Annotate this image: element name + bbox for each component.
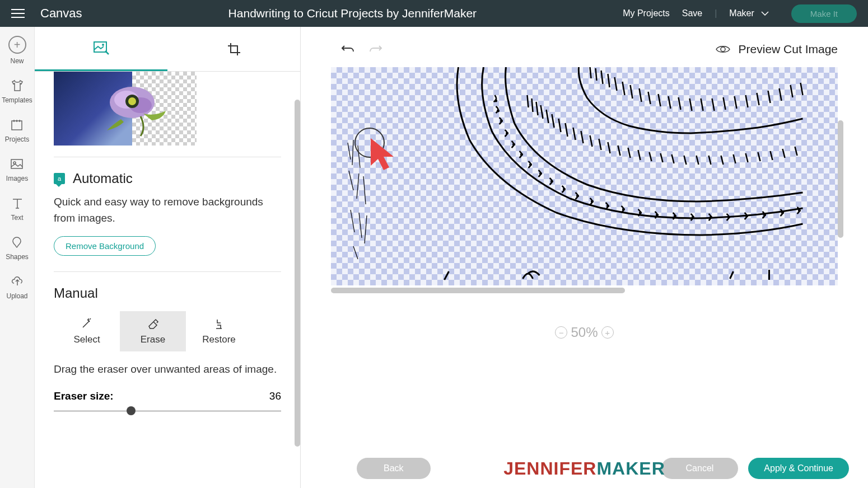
footer-actions: Cancel Apply & Continue [661,458,849,479]
svg-point-9 [128,97,136,105]
svg-point-24 [622,208,625,211]
manual-title: Manual [54,285,281,301]
svg-point-15 [512,143,515,146]
nav-text[interactable]: Text [8,194,27,224]
image-edit-icon [93,41,110,55]
svg-point-4 [102,44,104,46]
nav-images[interactable]: Images [4,154,30,185]
handwriting-sketch [331,67,838,285]
save-link[interactable]: Save [682,8,702,18]
wand-icon [81,317,93,330]
footer: Back JENNIFERMAKER Cancel Apply & Contin… [301,449,868,488]
svg-point-19 [550,180,553,183]
tab-crop[interactable] [167,27,300,71]
auto-badge-icon: a [54,173,65,184]
canvas-area: Preview Cut Image [301,27,868,488]
eraser-size-label: Eraser size: [54,390,114,402]
project-title[interactable]: Handwriting to Cricut Projects by Jennif… [82,7,623,20]
svg-point-32 [763,214,766,217]
canvas-label: Canvas [40,6,82,21]
nav-new-label: New [10,57,24,65]
panel-scrollbar[interactable] [295,100,300,447]
nav-upload[interactable]: Upload [4,272,30,302]
vertical-scrollbar[interactable] [838,120,843,238]
svg-point-10 [721,47,725,51]
automatic-title: Automatic [73,171,133,186]
svg-rect-0 [12,121,22,130]
crop-icon [227,42,241,57]
machine-label: Maker [729,8,754,18]
tab-background-remover[interactable] [35,27,167,71]
tool-erase[interactable]: Erase [120,311,186,351]
tool-erase-label: Erase [141,334,165,345]
svg-point-31 [745,215,748,218]
nav-projects-label: Projects [5,135,29,143]
images-icon [10,157,24,171]
nav-shapes[interactable]: Shapes [3,233,31,263]
svg-point-23 [606,205,609,208]
left-nav: + New Templates Projects Images Text [0,27,35,488]
nav-text-label: Text [11,214,23,222]
projects-icon [10,118,24,132]
svg-point-29 [710,216,712,219]
image-viewport[interactable] [331,67,838,293]
menu-icon[interactable] [11,9,25,18]
horizontal-scrollbar[interactable] [331,288,625,293]
svg-point-16 [520,153,523,156]
my-projects-link[interactable]: My Projects [623,8,670,18]
nav-templates[interactable]: Templates [0,76,35,106]
back-button[interactable]: Back [357,458,431,479]
svg-point-26 [656,214,659,217]
tool-select-label: Select [73,334,100,345]
nav-new[interactable]: + New [6,34,29,67]
make-it-button[interactable]: Make It [791,4,857,23]
undo-icon[interactable] [341,44,354,55]
tools-panel: a Automatic Quick and easy way to remove… [35,27,301,488]
automatic-description: Quick and easy way to remove backgrounds… [54,194,281,226]
slider-thumb[interactable] [127,406,136,415]
nav-templates-label: Templates [2,96,32,104]
panel-content: a Automatic Quick and easy way to remove… [35,72,300,488]
tool-restore[interactable]: Restore [186,311,252,351]
svg-point-20 [563,188,566,191]
svg-point-21 [576,195,579,198]
zoom-in-button[interactable]: + [601,326,614,339]
watermark: JENNIFERMAKER [503,458,665,479]
svg-rect-1 [11,159,22,168]
remove-background-button[interactable]: Remove Background [54,236,156,256]
divider [54,271,281,272]
svg-point-28 [692,216,694,219]
nav-shapes-label: Shapes [6,253,29,261]
manual-description: Drag the eraser over unwanted areas of i… [54,362,281,378]
transparent-checker-bg [331,67,838,285]
tool-tabs [35,27,300,72]
main-area: + New Templates Projects Images Text [0,27,868,488]
tool-restore-label: Restore [202,334,236,345]
restore-icon [213,317,225,330]
canvas-header: Preview Cut Image [301,27,868,67]
svg-point-18 [539,172,542,175]
cancel-button[interactable]: Cancel [661,458,739,479]
shapes-icon [10,235,24,250]
svg-point-27 [674,215,676,218]
chevron-down-icon [761,11,769,16]
eraser-size-value: 36 [269,390,281,402]
redo-icon[interactable] [369,44,382,55]
zoom-out-button[interactable]: − [555,326,567,339]
apply-continue-button[interactable]: Apply & Continue [748,458,849,479]
plus-icon: + [8,36,26,54]
svg-point-34 [798,209,801,212]
eraser-size-row: Eraser size: 36 [54,390,281,402]
manual-tools: Select Erase Restore [54,311,281,351]
eraser-icon [147,317,159,330]
nav-upload-label: Upload [6,292,27,300]
divider: | [715,8,717,18]
eraser-size-slider[interactable] [54,410,281,412]
preview-cut-image-button[interactable]: Preview Cut Image [715,43,838,56]
nav-projects[interactable]: Projects [3,115,31,146]
example-flower-image [54,72,197,146]
machine-selector[interactable]: Maker [729,8,768,18]
text-icon [10,196,25,210]
tool-select[interactable]: Select [54,311,120,351]
top-actions: My Projects Save | Maker Make It [623,4,857,23]
